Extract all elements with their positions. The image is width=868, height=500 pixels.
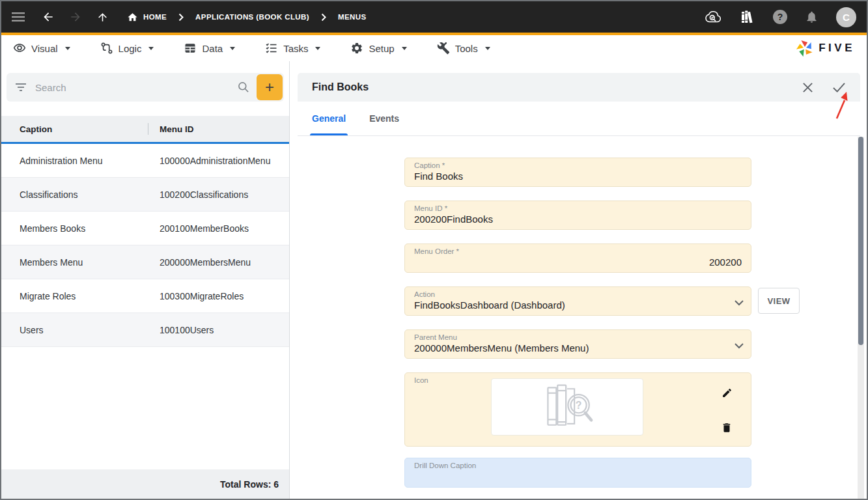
table-row[interactable]: Administration Menu 100000Administration… bbox=[1, 144, 289, 178]
action-select[interactable]: Action FindBooksDashboard (Dashboard) bbox=[404, 286, 751, 316]
up-arrow-icon[interactable] bbox=[96, 11, 109, 23]
checklist-icon bbox=[265, 42, 278, 55]
column-divider bbox=[148, 123, 148, 135]
parent-menu-field-label: Parent Menu bbox=[414, 333, 742, 341]
eye-icon bbox=[13, 42, 26, 55]
total-rows-footer: Total Rows: 6 bbox=[1, 469, 289, 499]
action-field-value[interactable]: FindBooksDashboard (Dashboard) bbox=[414, 299, 742, 311]
table-row[interactable]: Users 100100Users bbox=[1, 313, 289, 347]
form-body: Caption * Find Books Menu ID * 200200Fin… bbox=[298, 136, 860, 499]
chevron-down-icon[interactable] bbox=[734, 340, 744, 352]
menu-data[interactable]: Data bbox=[184, 42, 235, 55]
chevron-down-icon[interactable] bbox=[734, 297, 744, 309]
list-empty-space bbox=[1, 347, 289, 469]
caret-down-icon bbox=[65, 47, 70, 50]
table-row[interactable]: Classifications 100200Classifications bbox=[1, 178, 289, 212]
breadcrumb-menus[interactable]: MENUS bbox=[338, 13, 367, 21]
menu-order-field-value[interactable]: 200200 bbox=[414, 257, 742, 268]
svg-text:?: ? bbox=[576, 400, 582, 411]
breadcrumb-home-label: HOME bbox=[143, 13, 167, 21]
app-window: HOME APPLICATIONS (BOOK CLUB) MENUS bbox=[0, 0, 868, 500]
save-check-icon[interactable] bbox=[832, 82, 846, 93]
chevron-right-icon bbox=[178, 13, 184, 21]
tools-icon bbox=[437, 42, 450, 55]
cloud-search-icon[interactable] bbox=[703, 10, 721, 24]
help-icon[interactable]: ? bbox=[773, 10, 787, 24]
icon-preview[interactable]: ? bbox=[491, 378, 643, 436]
menu-bar: Visual Logic Data Tasks bbox=[1, 35, 867, 61]
menu-order-field-label: Menu Order * bbox=[414, 247, 742, 255]
delete-icon[interactable] bbox=[721, 421, 733, 437]
breadcrumb-applications[interactable]: APPLICATIONS (BOOK CLUB) bbox=[195, 13, 309, 21]
scrollbar-thumb[interactable] bbox=[858, 137, 863, 345]
five-wordmark: FIVE bbox=[819, 42, 855, 55]
caret-down-icon bbox=[230, 47, 235, 50]
icon-field: Icon ? bbox=[404, 372, 751, 447]
five-pinwheel-icon bbox=[796, 39, 814, 57]
drill-down-caption-label: Drill Down Caption bbox=[414, 462, 742, 469]
column-header-menu-id[interactable]: Menu ID bbox=[141, 124, 194, 134]
menu-setup[interactable]: Setup bbox=[350, 42, 406, 55]
menu-visual[interactable]: Visual bbox=[13, 42, 70, 55]
gear-icon bbox=[350, 42, 363, 55]
list-header: Caption Menu ID bbox=[1, 116, 289, 142]
vertical-scrollbar bbox=[858, 137, 864, 499]
parent-menu-field-value[interactable]: 200000MembersMenu (Members Menu) bbox=[414, 342, 742, 354]
menus-list-panel: + Caption Menu ID Administration Menu 10… bbox=[1, 61, 290, 499]
five-logo: FIVE bbox=[796, 39, 855, 57]
navbar-right-icons: ? C bbox=[703, 7, 856, 27]
top-navbar: HOME APPLICATIONS (BOOK CLUB) MENUS bbox=[1, 1, 867, 33]
notifications-bell-icon[interactable] bbox=[805, 10, 819, 24]
view-action-button[interactable]: VIEW bbox=[758, 288, 800, 314]
table-icon bbox=[184, 42, 197, 55]
column-header-caption[interactable]: Caption bbox=[1, 124, 141, 134]
caret-down-icon bbox=[485, 47, 490, 50]
close-icon[interactable] bbox=[802, 82, 813, 93]
chevron-right-icon bbox=[321, 13, 326, 21]
menu-id-field-label: Menu ID * bbox=[414, 204, 742, 212]
edit-icon[interactable] bbox=[721, 387, 733, 401]
form-tabbar: General Events bbox=[298, 102, 860, 136]
menu-tools[interactable]: Tools bbox=[437, 42, 490, 55]
parent-menu-select[interactable]: Parent Menu 200000MembersMenu (Members M… bbox=[404, 329, 751, 359]
caret-down-icon bbox=[402, 47, 407, 50]
form-header: Find Books bbox=[298, 73, 860, 102]
home-icon bbox=[127, 12, 138, 23]
tab-general[interactable]: General bbox=[312, 102, 346, 135]
user-avatar[interactable]: C bbox=[836, 7, 856, 27]
logic-flow-icon bbox=[100, 42, 113, 55]
caption-field-value[interactable]: Find Books bbox=[414, 171, 742, 182]
action-field-label: Action bbox=[414, 290, 742, 298]
menu-logic[interactable]: Logic bbox=[100, 42, 154, 55]
search-bar: + bbox=[7, 73, 284, 102]
add-record-button[interactable]: + bbox=[257, 74, 283, 100]
menu-tasks[interactable]: Tasks bbox=[265, 42, 320, 55]
library-books-icon[interactable] bbox=[739, 9, 755, 25]
menu-order-field[interactable]: Menu Order * 200200 bbox=[404, 243, 751, 273]
action-field-row: Action FindBooksDashboard (Dashboard) VI… bbox=[404, 286, 860, 316]
record-form-panel: Find Books General Events Caption * Find… bbox=[298, 61, 860, 499]
filter-icon[interactable] bbox=[16, 83, 27, 92]
tab-events[interactable]: Events bbox=[369, 102, 399, 135]
drill-down-caption-field[interactable]: Drill Down Caption bbox=[404, 458, 751, 488]
caret-down-icon bbox=[148, 47, 154, 50]
caption-field[interactable]: Caption * Find Books bbox=[404, 158, 751, 187]
table-row[interactable]: Members Menu 200000MembersMenu bbox=[1, 245, 289, 279]
table-row[interactable]: Migrate Roles 100300MigrateRoles bbox=[1, 279, 289, 313]
caption-field-label: Caption * bbox=[414, 161, 742, 169]
forward-arrow-icon[interactable] bbox=[69, 10, 82, 23]
form-title: Find Books bbox=[312, 81, 802, 93]
hamburger-menu-icon[interactable] bbox=[12, 12, 25, 22]
breadcrumb-home[interactable]: HOME bbox=[127, 12, 167, 23]
search-icon[interactable] bbox=[237, 81, 250, 94]
menu-id-field-value[interactable]: 200200FindBooks bbox=[414, 214, 742, 225]
table-row[interactable]: Members Books 200100MemberBooks bbox=[1, 212, 289, 245]
book-search-illustration: ? bbox=[529, 383, 606, 431]
main-area: + Caption Menu ID Administration Menu 10… bbox=[1, 61, 867, 499]
total-rows-label: Total Rows: 6 bbox=[220, 479, 279, 490]
caret-down-icon bbox=[315, 47, 320, 50]
search-input[interactable] bbox=[35, 82, 233, 93]
plus-icon: + bbox=[265, 79, 274, 95]
back-arrow-icon[interactable] bbox=[42, 10, 55, 23]
menu-id-field[interactable]: Menu ID * 200200FindBooks bbox=[404, 201, 751, 230]
